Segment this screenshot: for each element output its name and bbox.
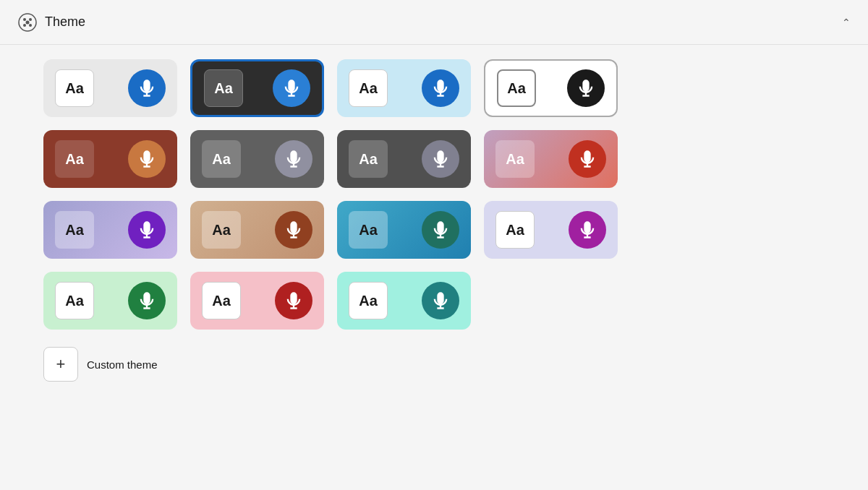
custom-theme-button[interactable]: + Custom theme [43,347,825,382]
theme-mic-circle [275,140,312,178]
theme-header: Theme ⌃ [0,0,868,45]
theme-card-light-blue[interactable]: Aa [43,59,177,117]
svg-point-2 [29,18,32,21]
chevron-up-icon[interactable]: ⌃ [842,17,851,28]
theme-aa-text: Aa [495,211,535,249]
theme-card-sky-blue[interactable]: Aa [337,59,471,117]
theme-card-cyan-teal[interactable]: Aa [337,272,471,330]
svg-point-3 [23,24,26,27]
theme-card-warm-gradient[interactable]: Aa [190,201,324,259]
theme-content: Aa Aa Aa Aa Aa [0,45,868,396]
theme-mic-circle [569,140,606,178]
theme-aa-text: Aa [204,69,243,107]
svg-point-5 [26,20,30,24]
theme-mic-circle [567,69,605,107]
theme-mic-circle [128,211,166,249]
theme-card-white-black[interactable]: Aa [484,59,618,117]
theme-card-darkgray-gray[interactable]: Aa [337,130,471,188]
theme-aa-text: Aa [495,140,535,178]
header-left: Theme [17,12,85,33]
theme-mic-circle [128,140,166,178]
theme-aa-text: Aa [55,282,94,319]
theme-aa-text: Aa [349,211,388,249]
theme-mic-circle [422,69,459,107]
theme-card-mint-green[interactable]: Aa [43,272,177,330]
theme-card-pink-crimson[interactable]: Aa [190,272,324,330]
theme-mic-circle [275,282,312,319]
theme-card-purple-gradient[interactable]: Aa [43,201,177,259]
themes-grid: Aa Aa Aa Aa Aa [43,59,825,330]
theme-mic-circle [128,282,166,319]
theme-aa-text: Aa [202,282,241,319]
svg-point-1 [23,18,26,21]
theme-aa-text: Aa [349,69,388,107]
page-title: Theme [45,14,85,30]
theme-aa-text: Aa [202,211,241,249]
theme-mic-circle [422,140,459,178]
theme-aa-text: Aa [349,140,388,178]
palette-icon [17,12,38,33]
theme-mic-circle [422,211,459,249]
svg-point-4 [29,24,32,27]
theme-mic-circle [422,282,459,319]
theme-card-brown-orange[interactable]: Aa [43,130,177,188]
theme-mic-circle [273,69,310,107]
theme-mic-circle [275,211,312,249]
theme-card-teal-gradient[interactable]: Aa [337,201,471,259]
theme-card-gradient-red[interactable]: Aa [484,130,618,188]
theme-aa-text: Aa [55,140,94,178]
theme-card-dark-blue[interactable]: Aa [190,59,324,117]
plus-icon: + [43,347,78,382]
theme-aa-text: Aa [202,140,241,178]
theme-aa-text: Aa [349,282,388,319]
theme-aa-text: Aa [55,211,94,249]
theme-aa-text: Aa [497,69,536,107]
theme-mic-circle [128,69,166,107]
theme-card-lavender-magenta[interactable]: Aa [484,201,618,259]
theme-card-gray-lightgray[interactable]: Aa [190,130,324,188]
theme-mic-circle [569,211,606,249]
theme-aa-text: Aa [55,69,94,107]
custom-theme-label: Custom theme [87,358,158,371]
